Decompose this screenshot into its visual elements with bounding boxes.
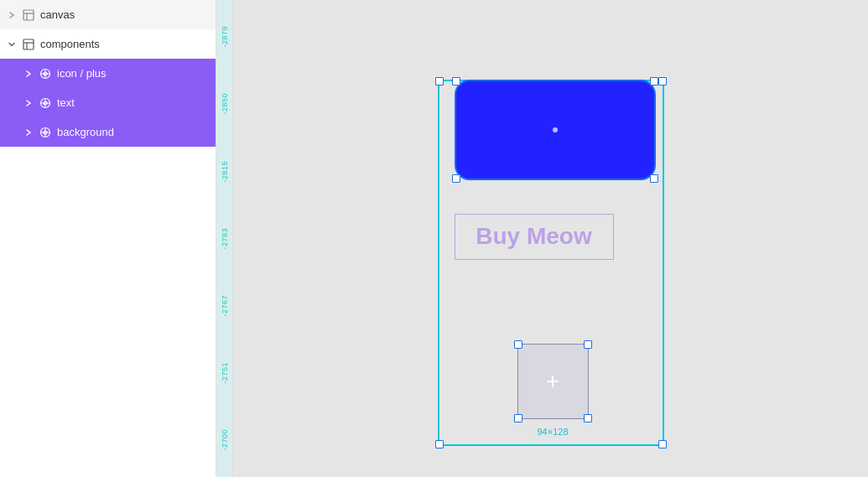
tree-item-icon-plus[interactable]: icon / plus: [0, 59, 216, 88]
ruler-strip: -2879 -2850 -2815 -2783 -2767 -2751 -270…: [216, 0, 233, 477]
plus-icon-box[interactable]: + 94×128: [517, 344, 589, 419]
chevron-down-icon: [7, 39, 17, 49]
icon-plus-label: icon / plus: [57, 67, 209, 80]
ruler-label-6: -2700: [221, 429, 229, 451]
buy-meow-text: Buy Meow: [476, 223, 591, 250]
ruler-label-3: -2783: [221, 228, 229, 250]
ruler-label-5: -2751: [221, 362, 229, 384]
center-dot: [553, 127, 558, 132]
ruler-label-0: -2879: [221, 26, 229, 48]
ruler-label-1: -2850: [221, 93, 229, 115]
buy-meow-box[interactable]: Buy Meow: [455, 214, 614, 260]
handle-top-left[interactable]: [435, 77, 444, 86]
dimension-label: 94×128: [537, 427, 568, 437]
handle-bottom-right[interactable]: [658, 440, 667, 448]
components-label: components: [40, 38, 209, 50]
chevron-right-background: [23, 127, 34, 137]
chevron-right-icon: [7, 10, 17, 20]
tree-item-components[interactable]: components: [0, 29, 216, 59]
svg-rect-3: [23, 39, 34, 49]
handle-top-right[interactable]: [658, 77, 667, 86]
canvas-area[interactable]: Buy Meow + 94×128: [233, 0, 868, 477]
ruler-label-4: -2767: [221, 295, 229, 317]
handle-bottom-left[interactable]: [435, 440, 444, 448]
background-label: background: [57, 126, 209, 138]
component-icon-plus: [39, 67, 52, 80]
blue-rectangle[interactable]: [455, 80, 656, 180]
text-label: text: [57, 96, 209, 109]
tree-item-background[interactable]: background: [0, 117, 216, 147]
chevron-right-text: [23, 98, 34, 108]
chevron-right-icon-plus: [23, 69, 34, 79]
left-panel: canvas components icon / pl: [0, 0, 216, 477]
component-icon-text: [39, 96, 52, 110]
tree-item-canvas[interactable]: canvas: [0, 0, 216, 29]
svg-rect-0: [23, 10, 34, 20]
design-frame: Buy Meow + 94×128: [438, 80, 664, 398]
canvas-layout-icon: [22, 8, 35, 22]
canvas-label: canvas: [40, 8, 209, 21]
ruler-label-2: -2815: [221, 161, 229, 183]
components-layout-icon: [22, 38, 35, 51]
component-icon-background: [39, 126, 52, 139]
plus-icon: +: [546, 370, 559, 393]
tree-item-text[interactable]: text: [0, 88, 216, 117]
